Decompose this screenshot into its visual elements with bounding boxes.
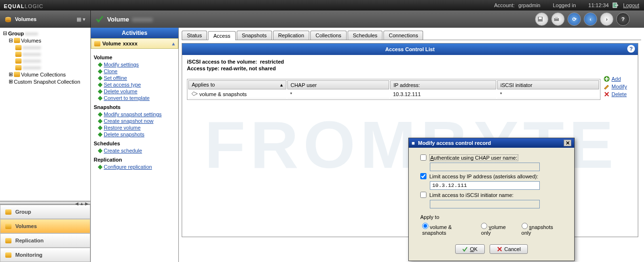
nav-monitoring[interactable]: Monitoring bbox=[0, 248, 90, 262]
link-configure-repl[interactable]: Configure replication bbox=[94, 164, 175, 170]
nav-group[interactable]: Group bbox=[0, 205, 90, 219]
nav-tree[interactable]: ⊟ Group xxxxx ⊟ Volumes xxxxxxx xxxxxxx … bbox=[0, 28, 90, 201]
link-modify-snap[interactable]: Modify snapshot settings bbox=[94, 111, 175, 118]
tab-collections[interactable]: Collections bbox=[310, 31, 347, 40]
link-set-offline[interactable]: Set offline bbox=[94, 75, 175, 81]
tree-item[interactable]: xxxxxxx bbox=[2, 51, 88, 57]
stack-icon bbox=[5, 238, 11, 243]
table-row[interactable]: volume & snapshots * 10.3.12.111 * bbox=[188, 90, 599, 98]
apply-to-label: Apply to bbox=[420, 214, 563, 220]
chap-input bbox=[430, 163, 540, 171]
ip-input[interactable] bbox=[430, 181, 540, 190]
logout-icon bbox=[612, 2, 619, 9]
dialog-title: Modify access control record bbox=[418, 140, 491, 146]
action-add[interactable]: Add bbox=[603, 75, 633, 83]
clock: 11:12:34 bbox=[589, 2, 609, 8]
diamond-icon bbox=[98, 164, 103, 169]
activities-sub[interactable]: Volumexxxxx▴ bbox=[91, 38, 178, 49]
svg-rect-7 bbox=[555, 17, 558, 19]
iscsi-access-line: iSCSI access to the volume: restricted bbox=[187, 59, 633, 65]
left-sidebar: ⊟ Group xxxxx ⊟ Volumes xxxxxxx xxxxxxx … bbox=[0, 28, 91, 262]
link-convert-template[interactable]: Convert to template bbox=[94, 95, 175, 101]
content-area: FROMBYTE Status Access Snapshots Replica… bbox=[179, 28, 644, 262]
link-modify-settings[interactable]: Modify settings bbox=[94, 61, 175, 68]
tree-root[interactable]: ⊟ Group xxxxx bbox=[2, 30, 88, 37]
volumes-icon bbox=[5, 17, 11, 22]
refresh-button[interactable]: ⟳ bbox=[568, 12, 581, 26]
add-icon bbox=[603, 76, 610, 82]
diamond-icon bbox=[98, 82, 103, 87]
group-replication: Replication bbox=[94, 157, 175, 163]
edit-icon bbox=[603, 83, 610, 90]
nav-volumes[interactable]: Volumes bbox=[0, 219, 90, 233]
tree-volumes[interactable]: ⊟ Volumes bbox=[2, 37, 88, 44]
tree-collections[interactable]: ⊞ Volume Collections bbox=[2, 71, 88, 78]
tab-connections[interactable]: Connections bbox=[383, 31, 423, 40]
init-checkbox[interactable] bbox=[420, 192, 426, 198]
radio-snap-only[interactable]: snapshots only bbox=[522, 223, 563, 236]
diamond-icon bbox=[98, 69, 103, 74]
action-modify[interactable]: Modify bbox=[603, 83, 633, 90]
ok-button[interactable]: OK bbox=[455, 244, 485, 254]
print-button[interactable] bbox=[551, 12, 565, 26]
delete-icon bbox=[603, 91, 610, 98]
cancel-button[interactable]: Cancel bbox=[490, 244, 528, 254]
diamond-icon bbox=[98, 62, 103, 67]
action-delete[interactable]: Delete bbox=[603, 90, 633, 98]
left-header: Volumes ▦ ▾ bbox=[0, 11, 91, 28]
diamond-icon bbox=[98, 132, 103, 137]
link-restore-vol[interactable]: Restore volume bbox=[94, 124, 175, 131]
tab-replication[interactable]: Replication bbox=[273, 31, 309, 40]
splitter[interactable]: ◀ ▲ ▶ bbox=[0, 201, 90, 205]
modify-acl-dialog: ■ Modify access control record ✕ Authent… bbox=[408, 138, 575, 261]
tree-item[interactable]: xxxxxxx bbox=[2, 57, 88, 64]
back-button[interactable]: ‹ bbox=[584, 12, 597, 26]
bottom-nav: Group Volumes Replication Monitoring bbox=[0, 205, 90, 262]
radio-vol-snap[interactable]: volume & snapshots bbox=[422, 223, 475, 236]
logout-link[interactable]: Logout bbox=[623, 2, 639, 8]
radio-vol-only[interactable]: volume only bbox=[481, 223, 515, 236]
chap-label: Authenticate using CHAP user name: bbox=[429, 155, 518, 161]
ip-label: Limit access by IP address (asterisks al… bbox=[429, 174, 538, 179]
db-icon bbox=[14, 38, 20, 43]
ip-checkbox[interactable] bbox=[420, 173, 426, 179]
tab-status[interactable]: Status bbox=[182, 31, 207, 40]
group-snapshots: Snapshots bbox=[94, 104, 175, 110]
nav-replication[interactable]: Replication bbox=[0, 233, 90, 248]
link-clone[interactable]: Clone bbox=[94, 68, 175, 75]
svg-rect-5 bbox=[539, 17, 542, 19]
init-row: Limit access to iSCSI initiator name: bbox=[420, 192, 563, 198]
group-schedules: Schedules bbox=[94, 141, 175, 146]
chap-checkbox[interactable] bbox=[420, 154, 426, 161]
check-icon bbox=[96, 15, 104, 23]
dialog-title-bar[interactable]: ■ Modify access control record ✕ bbox=[409, 138, 574, 148]
stack-icon bbox=[5, 252, 11, 258]
brand-logo: EQUALLOGIC bbox=[0, 1, 44, 10]
tab-snapshots[interactable]: Snapshots bbox=[237, 31, 272, 40]
diamond-icon bbox=[98, 112, 103, 117]
tree-item[interactable]: xxxxxxx bbox=[2, 44, 88, 51]
logged-in-label: Logged in bbox=[553, 2, 576, 8]
tab-schedules[interactable]: Schedules bbox=[348, 31, 382, 40]
link-create-schedule[interactable]: Create schedule bbox=[94, 147, 175, 154]
save-button[interactable] bbox=[535, 12, 548, 26]
init-input bbox=[430, 200, 540, 208]
link-delete-volume[interactable]: Delete volume bbox=[94, 88, 175, 95]
tab-access[interactable]: Access bbox=[208, 31, 235, 40]
forward-button[interactable]: › bbox=[600, 12, 613, 26]
link-set-access-type[interactable]: Set access type bbox=[94, 81, 175, 88]
row-icon bbox=[191, 91, 198, 96]
close-button[interactable]: ✕ bbox=[564, 140, 571, 146]
link-delete-snap[interactable]: Delete snapshots bbox=[94, 131, 175, 138]
tree-item[interactable]: xxxxxxx bbox=[2, 64, 88, 71]
view-menu-icon[interactable]: ▦ ▾ bbox=[76, 16, 86, 22]
tree-snap-collections[interactable]: ⊞ Custom Snapshot Collection bbox=[2, 78, 88, 85]
tab-bar: Status Access Snapshots Replication Coll… bbox=[182, 31, 641, 40]
panel-title: Access Control List ? bbox=[182, 44, 638, 55]
panel-help-icon[interactable]: ? bbox=[627, 45, 635, 53]
help-button[interactable]: ? bbox=[616, 12, 630, 26]
diamond-icon bbox=[98, 119, 103, 123]
group-volume: Volume bbox=[94, 55, 175, 60]
table-header: Applies to ▴ CHAP user IP address: iSCSI… bbox=[188, 80, 599, 89]
link-create-snap[interactable]: Create snapshot now bbox=[94, 118, 175, 124]
